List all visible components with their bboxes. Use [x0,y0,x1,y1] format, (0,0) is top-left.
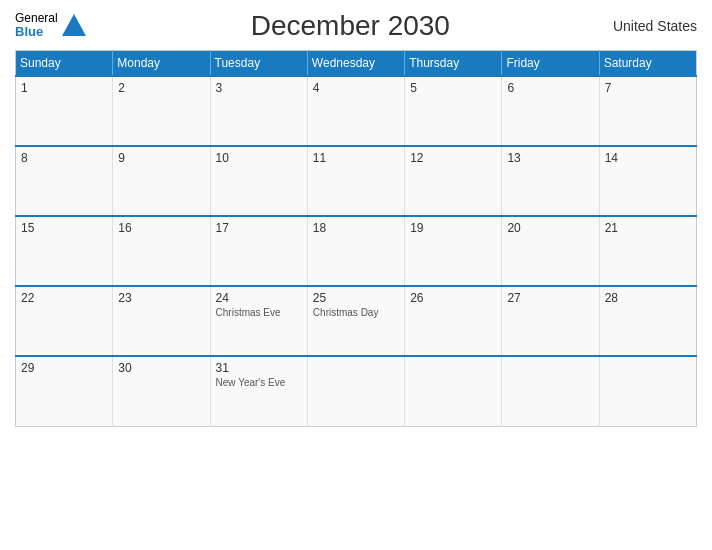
svg-marker-0 [62,14,86,36]
day-number: 28 [605,291,691,305]
day-number: 14 [605,151,691,165]
calendar-cell: 1 [16,76,113,146]
day-number: 5 [410,81,496,95]
calendar-cell: 25Christmas Day [307,286,404,356]
calendar-cell: 4 [307,76,404,146]
day-number: 13 [507,151,593,165]
col-sunday: Sunday [16,51,113,77]
calendar-cell [502,356,599,426]
day-number: 10 [216,151,302,165]
calendar-page: General Blue December 2030 United States… [0,0,712,550]
calendar-cell: 24Christmas Eve [210,286,307,356]
col-friday: Friday [502,51,599,77]
calendar-cell: 11 [307,146,404,216]
calendar-cell: 20 [502,216,599,286]
calendar-cell: 6 [502,76,599,146]
calendar-header-row: Sunday Monday Tuesday Wednesday Thursday… [16,51,697,77]
calendar-table: Sunday Monday Tuesday Wednesday Thursday… [15,50,697,427]
calendar-cell: 15 [16,216,113,286]
day-number: 20 [507,221,593,235]
logo: General Blue [15,12,88,40]
col-thursday: Thursday [405,51,502,77]
calendar-week-2: 891011121314 [16,146,697,216]
calendar-cell: 3 [210,76,307,146]
day-number: 29 [21,361,107,375]
calendar-title: December 2030 [88,10,613,42]
calendar-cell: 30 [113,356,210,426]
logo-general: General Blue [15,12,58,39]
calendar-cell: 10 [210,146,307,216]
day-number: 16 [118,221,204,235]
calendar-week-1: 1234567 [16,76,697,146]
calendar-cell: 16 [113,216,210,286]
calendar-cell: 21 [599,216,696,286]
calendar-cell: 12 [405,146,502,216]
calendar-cell: 2 [113,76,210,146]
day-number: 6 [507,81,593,95]
holiday-label: New Year's Eve [216,377,302,388]
calendar-week-4: 222324Christmas Eve25Christmas Day262728 [16,286,697,356]
calendar-cell: 19 [405,216,502,286]
logo-blue-text: Blue [15,24,43,39]
day-number: 21 [605,221,691,235]
calendar-cell: 13 [502,146,599,216]
calendar-cell [307,356,404,426]
calendar-cell [599,356,696,426]
day-number: 25 [313,291,399,305]
calendar-cell: 14 [599,146,696,216]
calendar-week-5: 293031New Year's Eve [16,356,697,426]
calendar-cell: 29 [16,356,113,426]
day-number: 9 [118,151,204,165]
calendar-cell: 18 [307,216,404,286]
day-number: 27 [507,291,593,305]
logo-general-text: General [15,11,58,25]
calendar-cell: 7 [599,76,696,146]
calendar-cell: 27 [502,286,599,356]
logo-icon [60,12,88,40]
day-number: 7 [605,81,691,95]
calendar-cell: 5 [405,76,502,146]
calendar-cell: 9 [113,146,210,216]
day-number: 2 [118,81,204,95]
day-number: 23 [118,291,204,305]
calendar-cell [405,356,502,426]
day-number: 19 [410,221,496,235]
day-number: 12 [410,151,496,165]
day-number: 15 [21,221,107,235]
calendar-cell: 28 [599,286,696,356]
day-number: 18 [313,221,399,235]
day-number: 8 [21,151,107,165]
day-number: 26 [410,291,496,305]
calendar-cell: 23 [113,286,210,356]
calendar-cell: 31New Year's Eve [210,356,307,426]
day-number: 24 [216,291,302,305]
holiday-label: Christmas Eve [216,307,302,318]
day-number: 22 [21,291,107,305]
holiday-label: Christmas Day [313,307,399,318]
day-number: 4 [313,81,399,95]
country-label: United States [613,18,697,34]
day-number: 30 [118,361,204,375]
calendar-cell: 17 [210,216,307,286]
calendar-cell: 26 [405,286,502,356]
col-monday: Monday [113,51,210,77]
day-number: 11 [313,151,399,165]
header: General Blue December 2030 United States [15,10,697,42]
col-tuesday: Tuesday [210,51,307,77]
calendar-cell: 22 [16,286,113,356]
day-number: 1 [21,81,107,95]
day-number: 17 [216,221,302,235]
calendar-cell: 8 [16,146,113,216]
col-wednesday: Wednesday [307,51,404,77]
calendar-week-3: 15161718192021 [16,216,697,286]
col-saturday: Saturday [599,51,696,77]
day-number: 31 [216,361,302,375]
day-number: 3 [216,81,302,95]
